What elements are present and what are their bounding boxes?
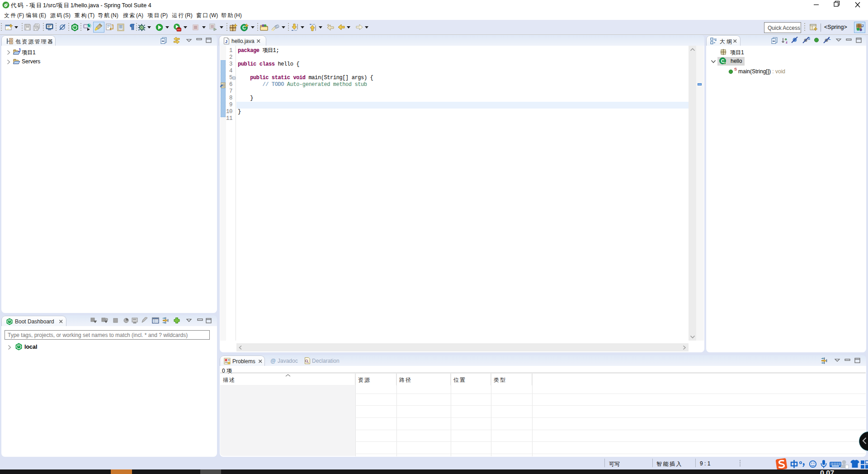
svg-text:C: C bbox=[721, 58, 725, 64]
svg-text:J: J bbox=[18, 48, 21, 53]
svg-text:z: z bbox=[786, 40, 788, 44]
svg-text:J: J bbox=[225, 39, 227, 44]
svg-text:J: J bbox=[861, 24, 863, 28]
